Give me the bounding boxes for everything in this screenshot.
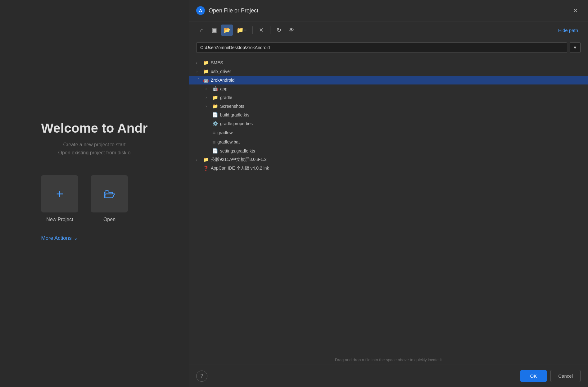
more-actions-button[interactable]: More Actions ⌄ — [41, 235, 78, 241]
cancel-button[interactable]: Cancel — [550, 370, 581, 382]
tree-label-smes: SMES — [211, 60, 581, 65]
delete-toolbar-button[interactable]: ✕ — [256, 25, 267, 36]
tree-label-gradlew: gradlew — [217, 130, 581, 135]
chevron-down-icon: ⌄ — [74, 235, 78, 241]
gradle_file-icon: 📄 — [212, 112, 218, 118]
tree-item-app[interactable]: ›🤖app — [189, 84, 588, 93]
hide-path-button[interactable]: Hide path — [556, 26, 581, 34]
dialog-toolbar: ⌂ ▣ 📂 📁+ ✕ ↻ 👁 Hide path — [189, 21, 588, 39]
new-project-button[interactable]: + — [41, 175, 78, 212]
tree-label-zrokandroid: ZrokAndroid — [211, 78, 581, 83]
tree-item-appcan_ide[interactable]: ❓AppCan IDE 个人版 v4.0.2.lnk — [189, 164, 588, 173]
folder-icon: 📁 — [203, 69, 209, 74]
file-tree: ›📁SMES›📁usb_driver›🤖ZrokAndroid›🤖app›📁gr… — [189, 56, 588, 355]
desktop-toolbar-button[interactable]: ▣ — [209, 25, 220, 36]
desktop-icon: ▣ — [212, 27, 217, 34]
gradle_file-icon: 📄 — [212, 148, 218, 154]
new-folder-icon: 📁+ — [237, 27, 247, 34]
new-folder-toolbar-button[interactable]: 📁+ — [234, 25, 249, 36]
folder-icon: 📁 — [203, 157, 209, 162]
open-folder-icon: 📂 — [224, 27, 230, 34]
tree-label-settings_gradle_kts: settings.gradle.kts — [220, 148, 581, 153]
tree-arrow-chinese_folder: › — [196, 157, 201, 162]
text_file-icon: ≡ — [212, 139, 215, 145]
folder-icon: 📁 — [212, 95, 218, 100]
tree-item-smes[interactable]: ›📁SMES — [189, 58, 588, 67]
settings_file-icon: ⚙️ — [212, 121, 218, 126]
welcome-subtitle: Create a new project to start Open exist… — [41, 141, 147, 157]
tree-arrow-screenshots: › — [206, 104, 210, 108]
view-toolbar-button[interactable]: 👁 — [286, 25, 297, 36]
home-toolbar-button[interactable]: ⌂ — [196, 25, 207, 36]
android-icon: 🤖 — [212, 86, 218, 92]
tree-label-app: app — [220, 86, 581, 91]
android-icon: 🤖 — [203, 77, 209, 83]
tree-label-appcan_ide: AppCan IDE 个人版 v4.0.2.lnk — [211, 166, 581, 171]
tree-item-gradle[interactable]: ›📁gradle — [189, 93, 588, 102]
ok-button[interactable]: OK — [520, 370, 547, 382]
dialog-header: A Open File or Project ✕ — [189, 0, 588, 21]
refresh-icon: ↻ — [277, 27, 281, 34]
plus-icon: + — [56, 187, 63, 201]
tree-arrow-usb_driver: › — [196, 69, 201, 74]
dialog-title: Open File or Project — [209, 7, 567, 14]
tree-arrow-app: › — [206, 87, 210, 91]
open-label: Open — [103, 217, 115, 222]
new-project-label: New Project — [46, 217, 73, 222]
tree-label-gradle: gradle — [220, 95, 581, 100]
folder-toolbar-button[interactable]: 📂 — [221, 25, 233, 36]
text_file-icon: ≡ — [212, 130, 215, 136]
welcome-title: Welcome to Andr — [41, 121, 147, 136]
app-icon: A — [196, 6, 205, 15]
path-dropdown-button[interactable]: ▼ — [570, 42, 581, 53]
tree-label-build_gradle_kts: build.gradle.kts — [220, 112, 581, 117]
tree-label-chinese_folder: 公版9211A中文横屏8.0.8-1.2 — [211, 157, 581, 162]
tree-label-screenshots: Screenshots — [220, 104, 581, 109]
help-button[interactable]: ? — [196, 371, 207, 382]
dialog-footer: ? OK Cancel — [189, 365, 588, 387]
tree-item-screenshots[interactable]: ›📁Screenshots — [189, 102, 588, 111]
welcome-actions: + New Project 🗁 Open — [41, 175, 147, 222]
tree-label-gradle_properties: gradle.properties — [220, 121, 581, 126]
delete-icon: ✕ — [259, 27, 264, 34]
folder-icon: 🗁 — [103, 187, 115, 201]
tree-arrow-gradle: › — [206, 95, 210, 100]
folder-icon: 📁 — [203, 60, 209, 66]
close-button[interactable]: ✕ — [570, 6, 581, 16]
tree-item-settings_gradle_kts[interactable]: 📄settings.gradle.kts — [189, 147, 588, 155]
tree-label-gradlew_bat: gradlew.bat — [217, 139, 581, 144]
open-item: 🗁 Open — [91, 175, 128, 222]
refresh-toolbar-button[interactable]: ↻ — [274, 25, 285, 36]
view-icon: 👁 — [289, 27, 294, 34]
drag-hint: Drag and drop a file into the space abov… — [189, 355, 588, 365]
tree-item-zrokandroid[interactable]: ›🤖ZrokAndroid — [189, 76, 588, 84]
new-project-item: + New Project — [41, 175, 78, 222]
path-input[interactable] — [196, 42, 567, 53]
toolbar-separator-1 — [252, 26, 253, 34]
more-actions-label: More Actions — [41, 235, 71, 241]
tree-item-gradlew_bat[interactable]: ≡gradlew.bat — [189, 137, 588, 147]
home-icon: ⌂ — [200, 27, 204, 34]
tree-label-usb_driver: usb_driver — [211, 69, 581, 74]
open-button[interactable]: 🗁 — [91, 175, 128, 212]
tree-item-usb_driver[interactable]: ›📁usb_driver — [189, 67, 588, 76]
tree-item-chinese_folder[interactable]: ›📁公版9211A中文横屏8.0.8-1.2 — [189, 155, 588, 164]
open-file-dialog: A Open File or Project ✕ ⌂ ▣ 📂 📁+ ✕ ↻ 👁 … — [189, 0, 588, 387]
tree-item-gradlew[interactable]: ≡gradlew — [189, 128, 588, 137]
path-bar: ▼ — [196, 42, 581, 53]
folder-icon: 📁 — [212, 103, 218, 109]
welcome-screen: Welcome to Andr Create a new project to … — [0, 0, 189, 387]
toolbar-separator-2 — [270, 26, 270, 34]
tree-arrow-zrokandroid: › — [197, 78, 201, 83]
tree-item-gradle_properties[interactable]: ⚙️gradle.properties — [189, 119, 588, 128]
link_file-icon: ❓ — [203, 166, 209, 171]
tree-item-build_gradle_kts[interactable]: 📄build.gradle.kts — [189, 111, 588, 119]
tree-arrow-smes: › — [196, 61, 201, 65]
